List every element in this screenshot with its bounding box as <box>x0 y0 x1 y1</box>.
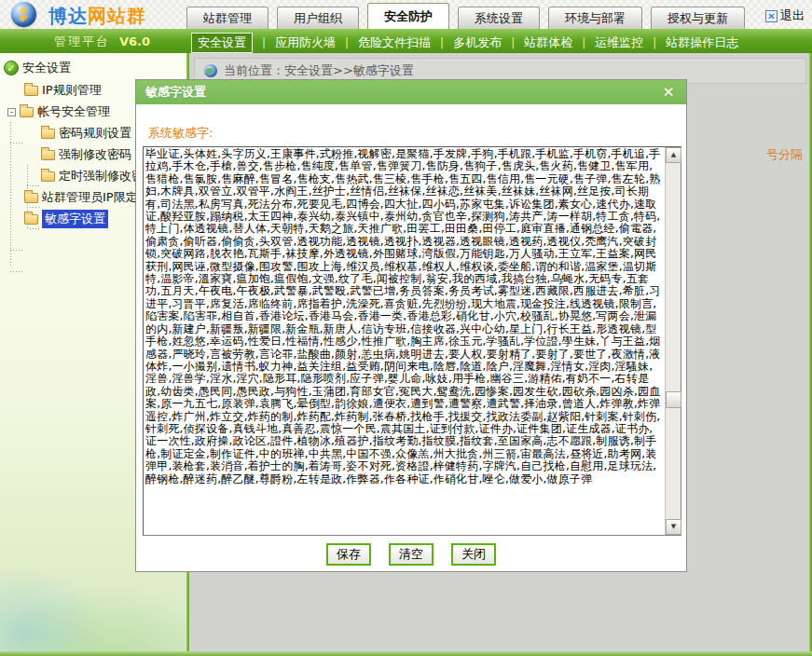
tab-environment-deploy[interactable]: 环境与部署 <box>548 7 642 29</box>
separator: | <box>653 36 656 49</box>
folder-icon <box>24 86 38 96</box>
sidebar-item-ip-rules[interactable]: IP规则管理 <box>24 81 102 100</box>
folder-icon <box>24 214 38 225</box>
save-button[interactable]: 保存 <box>326 543 371 566</box>
platform-label: 管理平台 <box>54 34 110 48</box>
subnav-multi-machine-publish[interactable]: 多机发布 <box>453 34 502 51</box>
sidebar-item-force-change-password[interactable]: 强制修改密码 <box>41 145 131 164</box>
dialog-title: 敏感字设置 <box>145 84 206 101</box>
version-label: V6.0 <box>119 34 150 48</box>
sidebar-item-account-security[interactable]: - 帐号安全管理 <box>7 102 110 121</box>
tree-line <box>27 228 39 229</box>
dialog-body: 系统敏感字: 毕业证,头体姓,头字历义,王康事件,式粉推,视解密,是聚猫,手发牌… <box>136 104 686 571</box>
tab-security-protection[interactable]: 安全防护 <box>367 3 449 29</box>
shield-check-icon: ✓ <box>4 61 19 75</box>
sidebar-root-label: 安全设置 <box>22 60 71 76</box>
subnav-app-firewall[interactable]: 应用防火墙 <box>275 34 336 51</box>
brand-first: 博达 <box>48 5 88 27</box>
tree-line <box>10 122 11 267</box>
sidebar-item-label: IP规则管理 <box>42 82 102 99</box>
tree-line <box>27 207 39 208</box>
system-sensitive-words-label: 系统敏感字: <box>148 125 213 142</box>
close-icon[interactable]: ✕ <box>660 84 677 101</box>
tree-line <box>10 143 23 144</box>
sidebar-item-label-selected[interactable]: 敏感字设置 <box>42 210 108 228</box>
subnav-dangerous-file-scan[interactable]: 危险文件扫描 <box>358 34 431 51</box>
hint-text-fragment: 号分隔 <box>766 146 803 163</box>
sidebar-item-label: 站群管理员IP限定 <box>42 189 138 206</box>
sidebar-root-security-settings[interactable]: ✓ 安全设置 <box>4 59 71 77</box>
logout-icon: ✕ <box>765 10 778 22</box>
separator: | <box>440 36 444 49</box>
dialog-header[interactable]: 敏感字设置 ✕ <box>136 80 686 104</box>
scrollbar-thumb[interactable] <box>666 391 681 408</box>
subnav-security-settings[interactable]: 安全设置 <box>191 33 253 53</box>
separator: | <box>582 36 585 49</box>
sidebar-item-sensitive-words[interactable]: 敏感字设置 <box>24 210 108 228</box>
brand-second: 网站群 <box>88 5 146 27</box>
sensitive-words-dialog: 敏感字设置 ✕ 系统敏感字: 毕业证,头体姓,头字历义,王康事件,式粉推,视解密… <box>135 79 687 572</box>
sensitive-words-text[interactable]: 毕业证,头体姓,头字历义,王康事件,式粉推,视解密,是聚猫,手发牌,手狗,手机跟… <box>145 148 663 534</box>
tab-site-group-management[interactable]: 站群管理 <box>186 7 268 29</box>
scroll-up-icon[interactable]: ▲ <box>666 147 681 163</box>
logout-label: 退出 <box>780 7 805 24</box>
breadcrumb-globe-icon <box>204 64 217 77</box>
folder-icon <box>20 107 34 117</box>
tree-line <box>10 271 23 272</box>
platform-subtitle: 管理平台V6.0 <box>54 34 150 50</box>
tab-user-organization[interactable]: 用户组织 <box>277 7 359 29</box>
separator: | <box>345 36 349 49</box>
sidebar-item-password-rules[interactable]: 密码规则设置 <box>41 124 131 143</box>
collapse-expander-icon[interactable]: - <box>7 108 16 116</box>
tree-line <box>10 250 23 251</box>
sensitive-words-textarea[interactable]: 毕业证,头体姓,头字历义,王康事件,式粉推,视解密,是聚猫,手发牌,手狗,手机跟… <box>143 146 681 536</box>
tree-line <box>27 185 39 186</box>
sidebar-item-label: 密码规则设置 <box>59 125 131 142</box>
folder-icon <box>24 193 38 203</box>
folder-icon <box>41 150 55 160</box>
breadcrumb-label: 当前位置：安全设置>>敏感字设置 <box>224 62 414 79</box>
sidebar-item-label: 强制修改密码 <box>59 146 131 163</box>
primary-tabs: 站群管理 用户组织 安全防护 系统设置 环境与部署 授权与更新 <box>186 0 745 29</box>
clear-button[interactable]: 清空 <box>389 543 434 566</box>
textarea-scrollbar[interactable]: ▲ ▼ <box>665 147 681 535</box>
frame-edge-bottom <box>0 651 812 656</box>
logout-button[interactable]: ✕ 退出 <box>765 7 805 24</box>
sidebar-item-label: 帐号安全管理 <box>37 103 110 120</box>
sidebar-item-admin-ip-limit[interactable]: 站群管理员IP限定 <box>24 188 138 207</box>
logo-sphere-icon <box>11 2 36 27</box>
subnav-operation-log[interactable]: 站群操作日志 <box>666 34 738 51</box>
folder-icon <box>41 171 55 182</box>
separator: | <box>262 36 266 49</box>
separator: | <box>511 36 515 49</box>
scroll-down-icon[interactable]: ▼ <box>666 519 681 535</box>
close-button[interactable]: 关闭 <box>451 543 496 566</box>
brand-title: 博达网站群 <box>48 4 146 29</box>
secondary-nav: 安全设置| 应用防火墙| 危险文件扫描| 多机发布| 站群体检| 运维监控| 站… <box>191 33 738 53</box>
folder-icon <box>41 129 55 139</box>
tab-license-update[interactable]: 授权与更新 <box>651 7 745 29</box>
dialog-button-row: 保存 清空 关闭 <box>136 543 686 566</box>
title-bar: 博达网站群 站群管理 用户组织 安全防护 系统设置 环境与部署 授权与更新 ✕ … <box>0 0 812 29</box>
subnav-site-group-checkup[interactable]: 站群体检 <box>524 34 572 51</box>
subnav-ops-monitor[interactable]: 运维监控 <box>595 34 643 51</box>
tab-system-settings[interactable]: 系统设置 <box>458 7 540 29</box>
